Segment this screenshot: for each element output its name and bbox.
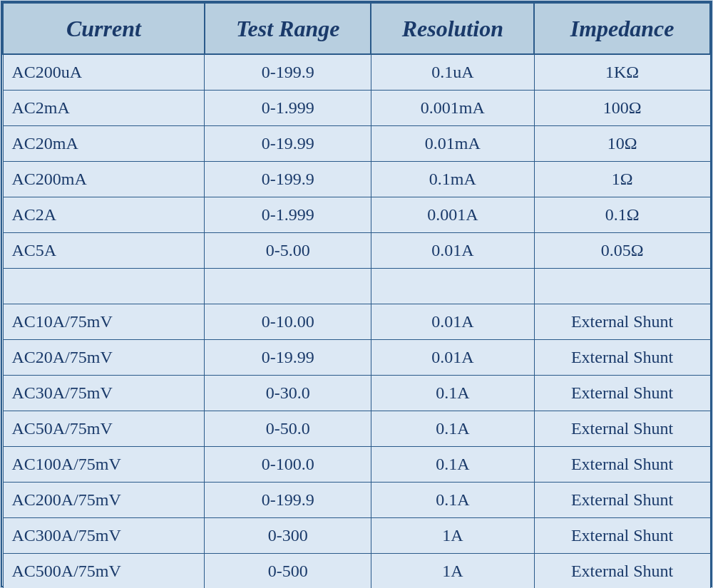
cell-current: AC50A/75mV (3, 411, 205, 446)
cell-range: 0-30.0 (205, 375, 371, 411)
header-current: Current (3, 3, 205, 54)
cell-resolution: 1A (371, 553, 534, 588)
cell-range: 0-10.00 (205, 304, 371, 339)
cell-impedance: 1Ω (534, 161, 710, 197)
cell-resolution: 0.01A (371, 232, 534, 268)
cell-resolution: 1A (371, 517, 534, 553)
cell-range (205, 268, 371, 304)
cell-range: 0-1.999 (205, 197, 371, 232)
table-row: AC200mA0-199.90.1mA1Ω (3, 161, 710, 197)
cell-current: AC500A/75mV (3, 553, 205, 588)
header-resolution: Resolution (371, 3, 534, 54)
cell-impedance: 10Ω (534, 125, 710, 161)
cell-range: 0-199.9 (205, 54, 371, 90)
table-row: AC100A/75mV0-100.00.1AExternal Shunt (3, 446, 710, 482)
header-impedance: Impedance (534, 3, 710, 54)
cell-current: AC200A/75mV (3, 482, 205, 517)
cell-range: 0-300 (205, 517, 371, 553)
cell-range: 0-5.00 (205, 232, 371, 268)
cell-resolution: 0.1mA (371, 161, 534, 197)
table-row: AC2A0-1.9990.001A0.1Ω (3, 197, 710, 232)
cell-current: AC10A/75mV (3, 304, 205, 339)
table-row: AC50A/75mV0-50.00.1AExternal Shunt (3, 411, 710, 446)
cell-impedance: External Shunt (534, 482, 710, 517)
cell-range: 0-500 (205, 553, 371, 588)
cell-range: 0-1.999 (205, 90, 371, 125)
cell-impedance: External Shunt (534, 375, 710, 411)
table-row: AC200A/75mV0-199.90.1AExternal Shunt (3, 482, 710, 517)
cell-impedance: 100Ω (534, 90, 710, 125)
cell-impedance: 1KΩ (534, 54, 710, 90)
header-row: Current Test Range Resolution Impedance (3, 3, 710, 54)
cell-current: AC5A (3, 232, 205, 268)
table-row: AC30A/75mV0-30.00.1AExternal Shunt (3, 375, 710, 411)
header-test-range: Test Range (205, 3, 371, 54)
cell-impedance: External Shunt (534, 446, 710, 482)
cell-range: 0-19.99 (205, 339, 371, 375)
table-row: AC20mA0-19.990.01mA10Ω (3, 125, 710, 161)
cell-resolution: 0.1A (371, 375, 534, 411)
cell-resolution: 0.01mA (371, 125, 534, 161)
table-row: AC10A/75mV0-10.000.01AExternal Shunt (3, 304, 710, 339)
cell-range: 0-19.99 (205, 125, 371, 161)
cell-resolution: 0.01A (371, 339, 534, 375)
cell-range: 0-199.9 (205, 161, 371, 197)
table-row: AC300A/75mV0-3001AExternal Shunt (3, 517, 710, 553)
cell-resolution: 0.1A (371, 482, 534, 517)
cell-impedance (534, 268, 710, 304)
cell-resolution: 0.1uA (371, 54, 534, 90)
cell-impedance: External Shunt (534, 553, 710, 588)
cell-resolution: 0.001mA (371, 90, 534, 125)
cell-current: AC2mA (3, 90, 205, 125)
table-row: AC500A/75mV0-5001AExternal Shunt (3, 553, 710, 588)
cell-current: AC200uA (3, 54, 205, 90)
cell-impedance: 0.1Ω (534, 197, 710, 232)
cell-current: AC2A (3, 197, 205, 232)
cell-current (3, 268, 205, 304)
table-row: AC20A/75mV0-19.990.01AExternal Shunt (3, 339, 710, 375)
cell-resolution: 0.1A (371, 411, 534, 446)
cell-impedance: External Shunt (534, 304, 710, 339)
cell-resolution (371, 268, 534, 304)
cell-current: AC100A/75mV (3, 446, 205, 482)
table-row: AC5A0-5.000.01A0.05Ω (3, 232, 710, 268)
cell-range: 0-199.9 (205, 482, 371, 517)
cell-range: 0-50.0 (205, 411, 371, 446)
cell-current: AC200mA (3, 161, 205, 197)
specs-table: Current Test Range Resolution Impedance … (2, 2, 711, 588)
cell-range: 0-100.0 (205, 446, 371, 482)
cell-current: AC20mA (3, 125, 205, 161)
cell-resolution: 0.001A (371, 197, 534, 232)
table-row: AC200uA0-199.90.1uA1KΩ (3, 54, 710, 90)
cell-current: AC20A/75mV (3, 339, 205, 375)
cell-current: AC30A/75mV (3, 375, 205, 411)
table-body: AC200uA0-199.90.1uA1KΩAC2mA0-1.9990.001m… (3, 54, 710, 588)
cell-resolution: 0.01A (371, 304, 534, 339)
table-row (3, 268, 710, 304)
cell-resolution: 0.1A (371, 446, 534, 482)
cell-impedance: External Shunt (534, 517, 710, 553)
cell-impedance: 0.05Ω (534, 232, 710, 268)
cell-impedance: External Shunt (534, 411, 710, 446)
table-row: AC2mA0-1.9990.001mA100Ω (3, 90, 710, 125)
main-table-container: Current Test Range Resolution Impedance … (1, 1, 712, 587)
cell-current: AC300A/75mV (3, 517, 205, 553)
cell-impedance: External Shunt (534, 339, 710, 375)
